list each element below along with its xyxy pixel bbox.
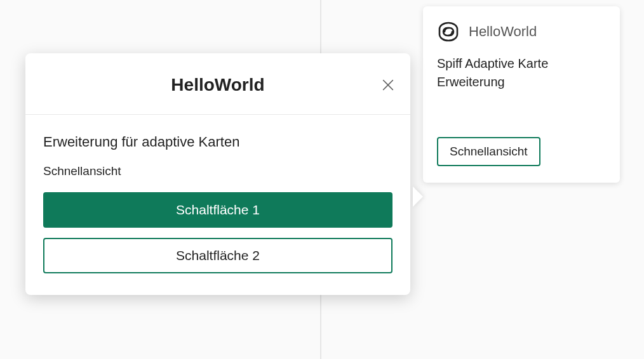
modal-subheading: Schnellansicht bbox=[43, 164, 392, 178]
modal-header: HelloWorld bbox=[25, 53, 410, 115]
modal-heading: Erweiterung für adaptive Karten bbox=[43, 134, 392, 150]
svg-rect-0 bbox=[439, 23, 457, 41]
close-button[interactable] bbox=[380, 77, 396, 94]
link-icon bbox=[437, 20, 460, 43]
card-header: HelloWorld bbox=[437, 20, 606, 43]
card-description: Spiff Adaptive Karte Erweiterung bbox=[437, 55, 564, 91]
adaptive-card: HelloWorld Spiff Adaptive Karte Erweiter… bbox=[423, 6, 620, 183]
callout-arrow bbox=[410, 186, 423, 207]
quick-view-modal: HelloWorld Erweiterung für adaptive Kart… bbox=[25, 53, 410, 295]
card-title: HelloWorld bbox=[469, 23, 537, 40]
button-1[interactable]: Schaltfläche 1 bbox=[43, 192, 392, 228]
quick-view-button[interactable]: Schnellansicht bbox=[437, 137, 540, 166]
modal-body: Erweiterung für adaptive Karten Schnella… bbox=[25, 115, 410, 295]
button-2[interactable]: Schaltfläche 2 bbox=[43, 238, 392, 273]
modal-title: HelloWorld bbox=[25, 75, 410, 95]
close-icon bbox=[381, 84, 395, 94]
